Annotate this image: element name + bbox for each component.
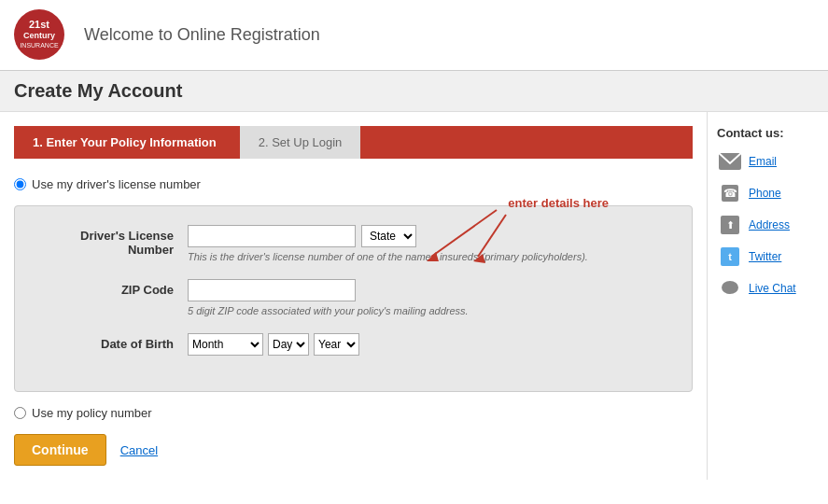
sidebar: Contact us: Email ☎ Phone ⬆ Address t Tw… bbox=[707, 112, 828, 480]
svg-text:Century: Century bbox=[23, 31, 55, 40]
annotation-arrows bbox=[403, 201, 553, 275]
zip-label: ZIP Code bbox=[38, 279, 188, 297]
radio-license[interactable] bbox=[14, 178, 26, 190]
dob-day-select[interactable]: Day 1231531 bbox=[268, 333, 309, 356]
main-layout: 1. Enter Your Policy Information 2. Set … bbox=[0, 112, 828, 480]
logo-icon: 21st Century INSURANCE bbox=[14, 9, 65, 61]
sidebar-title: Contact us: bbox=[717, 126, 819, 140]
step2-label: 2. Set Up Login bbox=[240, 126, 361, 159]
chat-icon bbox=[717, 278, 743, 299]
dob-group: Month JanuaryFebruaryMarch AprilMayJune … bbox=[188, 333, 668, 356]
radio-policy-option[interactable]: Use my policy number bbox=[14, 406, 693, 420]
contact-twitter[interactable]: t Twitter bbox=[717, 246, 819, 267]
dob-controls: Month JanuaryFebruaryMarch AprilMayJune … bbox=[188, 333, 668, 356]
zip-hint: 5 digit ZIP code associated with your po… bbox=[188, 305, 668, 316]
zip-row: ZIP Code 5 digit ZIP code associated wit… bbox=[38, 279, 668, 316]
contact-phone[interactable]: ☎ Phone bbox=[717, 183, 819, 203]
twitter-label: Twitter bbox=[749, 250, 781, 263]
radio-policy[interactable] bbox=[14, 407, 26, 419]
contact-email[interactable]: Email bbox=[717, 151, 819, 172]
continue-button[interactable]: Continue bbox=[14, 434, 106, 466]
contact-livechat[interactable]: Live Chat bbox=[717, 278, 819, 299]
dob-year-select[interactable]: Year 2000199019801970 bbox=[314, 333, 359, 356]
header: 21st Century INSURANCE Welcome to Online… bbox=[0, 0, 828, 71]
button-row: Continue Cancel bbox=[14, 434, 693, 466]
svg-text:t: t bbox=[728, 251, 732, 262]
dob-row: Date of Birth Month JanuaryFebruaryMarch… bbox=[38, 333, 668, 356]
logo: 21st Century INSURANCE bbox=[14, 9, 65, 61]
email-icon bbox=[717, 151, 743, 172]
svg-text:INSURANCE: INSURANCE bbox=[20, 42, 59, 49]
svg-line-4 bbox=[431, 210, 497, 257]
header-title: Welcome to Online Registration bbox=[84, 25, 320, 45]
twitter-icon: t bbox=[717, 246, 743, 267]
email-label: Email bbox=[749, 155, 777, 168]
svg-text:☎: ☎ bbox=[723, 187, 737, 200]
svg-text:21st: 21st bbox=[29, 19, 49, 30]
livechat-label: Live Chat bbox=[749, 282, 796, 295]
dob-month-select[interactable]: Month JanuaryFebruaryMarch AprilMayJune … bbox=[188, 333, 263, 356]
radio-policy-label: Use my policy number bbox=[32, 406, 152, 420]
step-bar: 1. Enter Your Policy Information 2. Set … bbox=[14, 126, 693, 159]
svg-point-15 bbox=[722, 281, 738, 294]
cancel-button[interactable]: Cancel bbox=[120, 443, 158, 457]
license-label: Driver's License Number bbox=[38, 225, 188, 257]
phone-icon: ☎ bbox=[717, 183, 743, 203]
content-area: 1. Enter Your Policy Information 2. Set … bbox=[0, 112, 707, 480]
step1-label: 1. Enter Your Policy Information bbox=[14, 126, 235, 159]
page-title: Create My Account bbox=[14, 80, 814, 102]
radio-license-option[interactable]: Use my driver's license number bbox=[14, 177, 693, 191]
svg-text:⬆: ⬆ bbox=[726, 219, 735, 231]
zip-input[interactable] bbox=[188, 279, 356, 301]
form-wrapper: enter details here Driver's License Numb… bbox=[14, 205, 693, 392]
contact-address[interactable]: ⬆ Address bbox=[717, 215, 819, 235]
radio-license-label: Use my driver's license number bbox=[32, 177, 201, 191]
phone-label: Phone bbox=[749, 187, 781, 200]
page-title-bar: Create My Account bbox=[0, 71, 828, 112]
dob-label: Date of Birth bbox=[38, 333, 188, 351]
license-row: Driver's License Number State ALAKAZCA C… bbox=[38, 225, 668, 262]
address-label: Address bbox=[749, 218, 790, 231]
form-box: Driver's License Number State ALAKAZCA C… bbox=[14, 205, 693, 392]
zip-controls: 5 digit ZIP code associated with your po… bbox=[188, 279, 668, 316]
address-icon: ⬆ bbox=[717, 215, 743, 235]
license-input[interactable] bbox=[188, 225, 356, 247]
